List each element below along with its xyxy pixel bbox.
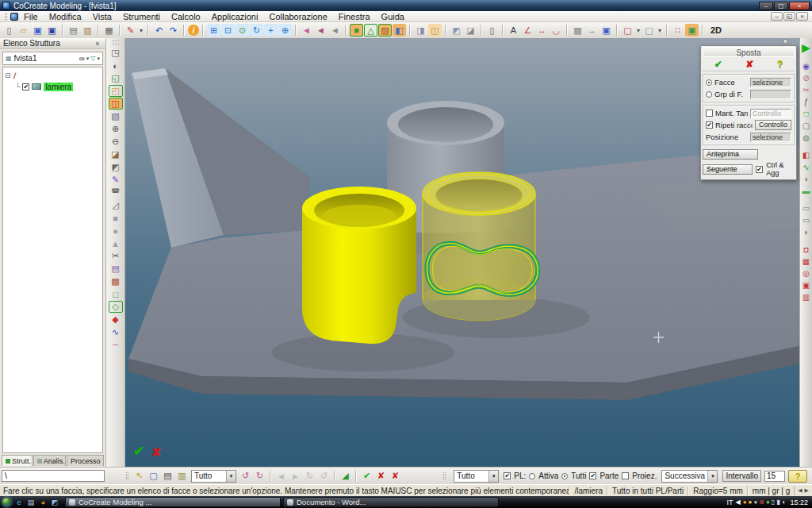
revolve-icon[interactable]: ◐ (109, 60, 123, 71)
repeat-disabled-icon[interactable]: ↻ (303, 470, 316, 483)
boolean-subtract-icon[interactable]: ⊖ (109, 136, 123, 148)
chamfer-icon[interactable]: ◿ (109, 199, 123, 211)
function-icon[interactable]: ƒ (801, 97, 812, 107)
start-button[interactable] (2, 497, 12, 507)
tray-display-icon[interactable]: ▯ (772, 498, 775, 506)
undo-icon[interactable]: ↶ (152, 24, 166, 37)
machine-red-icon[interactable]: ▣ (801, 280, 812, 291)
redline-icon[interactable]: ✎ (124, 24, 137, 37)
flat-view-icon[interactable]: ◩ (450, 24, 463, 37)
status-cell[interactable]: Tutto in tutti PL/Parti (607, 487, 688, 495)
measure-section-icon[interactable]: ∠ (521, 24, 534, 37)
delete-face-icon[interactable]: ▩ (109, 275, 123, 287)
shell-icon[interactable]: ◱ (109, 72, 123, 84)
show-desktop-icon[interactable]: ▤ (25, 498, 36, 507)
polygon-profile-icon[interactable]: ◇ (109, 301, 123, 313)
hand-sheet-icon[interactable]: ◗ (801, 227, 812, 237)
measure-arc-icon[interactable]: ◡ (550, 24, 563, 37)
info-icon[interactable]: i (188, 25, 199, 36)
spline-icon[interactable]: ∿ (109, 326, 123, 338)
intervallo-button[interactable]: Intervallo (722, 470, 761, 482)
controllo-button[interactable]: Controllo (755, 120, 791, 130)
copy-part-icon[interactable]: ▤ (109, 263, 123, 275)
tree-root-row[interactable]: ⊟ / (5, 70, 101, 81)
facce-selection-field[interactable]: selezione (750, 78, 791, 87)
attiva-radio[interactable] (529, 473, 535, 479)
menu-item[interactable]: Collaborazione (263, 11, 332, 22)
tutti-radio[interactable] (561, 473, 568, 479)
parts-lib-icon[interactable]: ◘ (801, 244, 812, 255)
viewport-layout-icon[interactable]: ▯ (485, 24, 499, 37)
rotate-right-icon[interactable]: ↻ (253, 470, 266, 483)
move-face-icon[interactable]: ◫ (109, 98, 123, 110)
ie-icon[interactable]: e (13, 498, 25, 507)
viewport-cancel-icon[interactable]: ✘ (151, 445, 162, 459)
color-cubes-icon[interactable]: ∷ (671, 24, 684, 37)
status-cell[interactable]: mm | gr | g (748, 487, 795, 495)
print-icon[interactable]: ▦ (102, 24, 116, 37)
proiez-checkbox[interactable] (622, 472, 629, 479)
cancel-all-icon[interactable]: ✘ (389, 470, 402, 483)
cube-view-icon[interactable]: ◧ (393, 24, 406, 37)
part-attach-icon[interactable]: → (585, 24, 599, 37)
command-input[interactable] (2, 470, 105, 482)
maximize-button[interactable]: ◻ (774, 2, 788, 10)
view-list-icon[interactable]: ◉ (801, 61, 812, 71)
mant-tang-checkbox[interactable] (706, 110, 713, 117)
sheet2-icon[interactable]: ▭ (801, 215, 812, 225)
mdi-close-button[interactable]: × (796, 12, 808, 21)
menu-item[interactable]: Modifica (44, 11, 87, 22)
save-session-icon[interactable]: ▣ (599, 24, 613, 37)
frame-icon[interactable]: □ (801, 109, 812, 119)
cancel-icon[interactable]: ✘ (374, 470, 388, 483)
tab-struttura[interactable]: Strutt... (2, 455, 33, 466)
back-disabled-icon[interactable]: ↺ (317, 470, 331, 483)
dialog-help-button[interactable]: ? (777, 59, 783, 70)
stamp-icon[interactable]: ▧ (109, 110, 123, 122)
dialog-cancel-button[interactable]: ✘ (745, 59, 753, 70)
selection-scope-select[interactable]: Tutto ▾ (191, 470, 236, 483)
cube-flat-icon[interactable]: ◫ (428, 24, 442, 37)
annotation-text-icon[interactable]: A (507, 24, 520, 37)
select-box-icon[interactable]: ▢ (147, 470, 160, 483)
facce-radio[interactable] (706, 79, 712, 86)
zoom-in-out-icon[interactable]: ⊙ (236, 24, 249, 37)
posizione-field[interactable]: selezione (750, 133, 791, 142)
save-icon[interactable]: ▣ (31, 24, 44, 37)
tray-alert-icon[interactable]: ⊗ (759, 498, 764, 506)
successiva-select[interactable]: Successiva ▾ (661, 470, 718, 483)
toolkit-icon[interactable]: ◎ (801, 268, 812, 279)
seguente-button[interactable]: Seguente (703, 164, 753, 175)
menu-item[interactable]: Strumenti (117, 11, 166, 22)
select-special-icon[interactable]: ▥ (175, 470, 189, 483)
render-icon[interactable]: ▢ (642, 24, 656, 37)
pl-checkbox[interactable]: ✔ (504, 472, 511, 479)
boolean-add-icon[interactable]: ⊕ (109, 123, 123, 135)
help-button[interactable]: ? (788, 470, 807, 483)
tray-pointer-icon[interactable]: ● (753, 498, 757, 506)
open-icon[interactable]: ▱ (17, 24, 30, 37)
prev-disabled-icon[interactable]: ◄ (274, 470, 288, 483)
grab-icon[interactable]: ◖ (801, 174, 812, 184)
steps-icon[interactable]: ◢ (339, 470, 352, 483)
tray-sync-icon[interactable]: ● (766, 498, 770, 506)
tray-volume-icon[interactable]: ◖ (782, 498, 786, 506)
grp-radio[interactable] (706, 91, 712, 98)
search-icon[interactable]: ∞ (79, 54, 85, 63)
explorer-icon[interactable]: ◩ (49, 498, 60, 507)
clip-plane2-icon[interactable]: ◄ (314, 24, 327, 37)
save-pkg-icon[interactable]: ▣ (45, 24, 59, 37)
select-icon[interactable]: ↖ (132, 470, 146, 483)
select-stack-icon[interactable]: ▤ (161, 470, 174, 483)
machine-icon[interactable]: ◩ (109, 161, 123, 173)
tab-processo[interactable]: Processo ... (67, 455, 104, 466)
status-cell[interactable]: /lamiera (569, 487, 607, 495)
calculator-icon[interactable]: ▦ (801, 256, 812, 267)
intervallo-input[interactable] (764, 471, 785, 482)
tab-analisi[interactable]: Analis... (33, 455, 66, 466)
tree-part-row[interactable]: └ ✔ lamiera (5, 81, 101, 92)
menu-item[interactable]: Finestra (333, 11, 376, 22)
mdi-minimize-button[interactable]: – (771, 12, 783, 21)
wave-icon[interactable]: ∿ (801, 162, 812, 172)
panel-close-button[interactable]: × (93, 40, 102, 48)
